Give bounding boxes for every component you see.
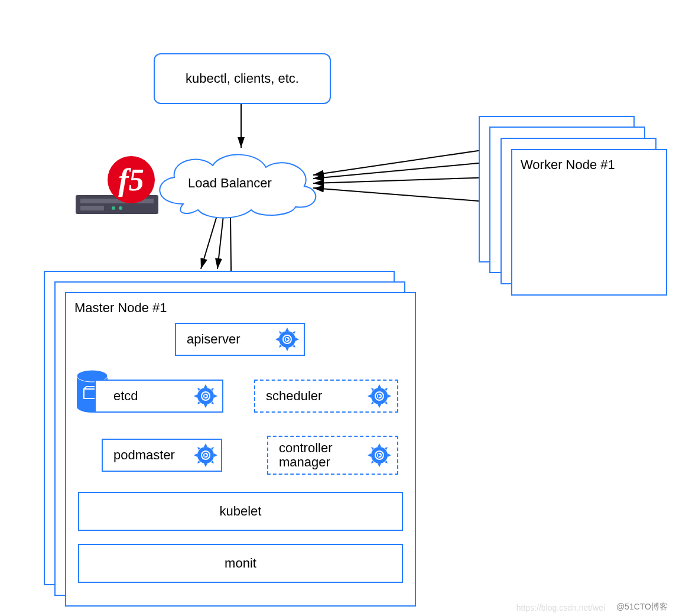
- scheduler-label: scheduler: [266, 388, 322, 404]
- watermark-attr: @51CTO博客: [616, 602, 668, 612]
- monit-label: monit: [225, 556, 256, 571]
- monit-box: monit: [78, 544, 403, 583]
- load-balancer-label: Load Balancer: [188, 176, 272, 191]
- svg-line-3: [313, 177, 493, 183]
- svg-line-4: [313, 188, 479, 201]
- kubelet-box: kubelet: [78, 492, 403, 531]
- gear-icon: [274, 326, 300, 352]
- etcd-label: etcd: [113, 388, 138, 404]
- svg-rect-17: [80, 206, 104, 210]
- gear-icon: [366, 383, 392, 409]
- worker-card-front: Worker Node #1: [511, 149, 667, 296]
- master-title: Master Node #1: [74, 300, 167, 316]
- f5-logo-icon: f5: [108, 156, 155, 203]
- clients-box: kubectl, clients, etc.: [154, 53, 331, 104]
- svg-point-19: [119, 206, 122, 210]
- podmaster-label: podmaster: [113, 448, 175, 463]
- worker-title: Worker Node #1: [521, 157, 615, 173]
- watermark-url: https://blog.csdn.net/wei: [516, 603, 605, 612]
- gear-icon: [366, 442, 392, 468]
- clients-label: kubectl, clients, etc.: [186, 71, 299, 86]
- gear-icon: [193, 442, 219, 468]
- load-balancer-cloud: Load Balancer: [142, 145, 325, 225]
- gear-icon: [193, 383, 219, 409]
- kubelet-label: kubelet: [220, 504, 262, 519]
- svg-point-18: [112, 206, 115, 210]
- svg-line-2: [313, 161, 503, 179]
- controller-manager-label: controller manager: [279, 441, 332, 469]
- apiserver-label: apiserver: [187, 332, 240, 347]
- f5-logo-text: f5: [118, 163, 144, 197]
